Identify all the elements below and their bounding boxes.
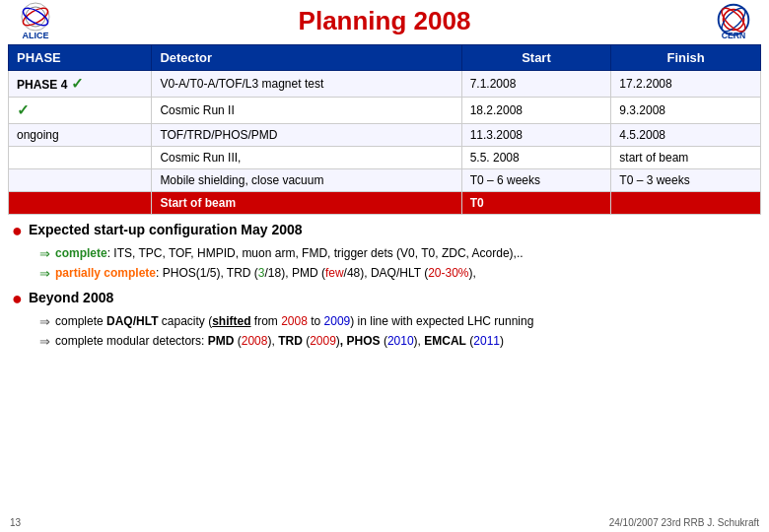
shifted-label: shifted [212,314,250,328]
sub-bullet-text-1: complete: ITS, TPC, TOF, HMPID, muon arm… [55,245,524,262]
cell-phase [9,147,152,169]
section-title-2: ● Beyond 2008 [12,289,757,310]
cell-phase: ✓ [9,98,152,124]
sub-bullet-text-2: partially complete: PHOS(1/5), TRD (3/18… [55,265,476,282]
arrow-icon-4: ⇒ [39,333,50,351]
table-header-row: PHASE Detector Start Finish [9,45,761,71]
checkmark-icon: ✓ [71,75,84,92]
emcal-label: EMCAL [424,334,466,348]
cell-detector: Mobile shielding, close vacuum [152,169,461,192]
cell-start: T0 [461,192,611,215]
cell-finish: T0 – 3 weeks [611,169,761,192]
year-2008: 2008 [281,314,308,328]
sub-bullet-text-4: complete modular detectors: PMD (2008), … [55,333,504,350]
arrow-icon-3: ⇒ [39,313,50,331]
phos-year: 2010 [387,334,414,348]
sub-bullet-partial: ⇒ partially complete: PHOS(1/5), TRD (3/… [39,265,757,283]
svg-text:ALICE: ALICE [23,31,49,40]
date-info: 24/10/2007 23rd RRB J. Schukraft [609,517,759,528]
sub-bullets-2: ⇒ complete DAQ/HLT capacity (shifted fro… [39,313,757,351]
page-footer: 13 24/10/2007 23rd RRB J. Schukraft [10,517,759,528]
arrow-icon-1: ⇒ [39,245,50,263]
arrow-icon-2: ⇒ [39,265,50,283]
section-title-1: ● Expected start-up configuration May 20… [12,221,757,242]
section-heading-1: Expected start-up configuration May 2008 [29,221,303,238]
planning-table: PHASE Detector Start Finish PHASE 4 ✓ V0… [8,44,761,215]
table-row: Mobile shielding, close vacuum T0 – 6 we… [9,169,761,192]
svg-text:CERN: CERN [722,31,745,40]
table-row: ✓ Cosmic Run II 18.2.2008 9.3.2008 [9,98,761,124]
alice-logo: ALICE [10,0,61,43]
bullet-dot-2: ● [12,289,23,310]
cell-phase: ongoing [9,124,152,147]
emcal-year: 2011 [473,334,500,348]
cell-detector: V0-A/T0-A/TOF/L3 magnet test [152,71,461,98]
sub-bullet-modular: ⇒ complete modular detectors: PMD (2008)… [39,333,757,351]
trd-bold-close: , [340,334,343,348]
section-heading-2: Beyond 2008 [29,289,113,306]
table-row: PHASE 4 ✓ V0-A/T0-A/TOF/L3 magnet test 7… [9,71,761,98]
year-2009: 2009 [324,314,351,328]
trd-label: TRD [278,334,303,348]
cell-start: 5.5. 2008 [461,147,611,169]
cell-phase [9,192,152,215]
cell-phase: PHASE 4 ✓ [9,71,152,98]
page-title: Planning 2008 [10,6,759,36]
cell-finish: 4.5.2008 [611,124,761,147]
bullet-dot-1: ● [12,221,23,242]
daqhlt-label: DAQ/HLT [106,314,158,328]
col-finish: Finish [611,45,761,71]
section-expected: ● Expected start-up configuration May 20… [12,221,757,283]
col-detector: Detector [152,45,461,71]
label-complete: complete [55,246,107,260]
cell-finish: start of beam [611,147,761,169]
cell-start: 7.1.2008 [461,71,611,98]
label-partial: partially complete [55,266,156,280]
content-area: ● Expected start-up configuration May 20… [12,221,757,351]
section-beyond: ● Beyond 2008 ⇒ complete DAQ/HLT capacit… [12,289,757,351]
checkmark-icon: ✓ [17,101,30,118]
cell-phase [9,169,152,192]
pmd-label: PMD [208,334,235,348]
col-start: Start [461,45,611,71]
col-phase: PHASE [9,45,152,71]
table-row: Cosmic Run III, 5.5. 2008 start of beam [9,147,761,169]
sub-bullet-complete: ⇒ complete: ITS, TPC, TOF, HMPID, muon a… [39,245,757,263]
page-header: ALICE Planning 2008 CERN [0,0,769,42]
cell-finish [611,192,761,215]
trd-count: 3 [258,266,265,280]
cell-start: T0 – 6 weeks [461,169,611,192]
cell-start: 18.2.2008 [461,98,611,124]
pmd-count: few [325,266,344,280]
cell-detector: TOF/TRD/PHOS/PMD [152,124,461,147]
sub-bullet-text-3: complete DAQ/HLT capacity (shifted from … [55,313,533,330]
cell-detector: Start of beam [152,192,461,215]
cern-logo: CERN [708,0,759,43]
page-number: 13 [10,517,21,528]
cell-finish: 9.3.2008 [611,98,761,124]
cell-finish: 17.2.2008 [611,71,761,98]
sub-bullet-daqhlt: ⇒ complete DAQ/HLT capacity (shifted fro… [39,313,757,331]
table-row-red: Start of beam T0 [9,192,761,215]
phos-label: PHOS [347,334,381,348]
cell-detector: Cosmic Run II [152,98,461,124]
table-row: ongoing TOF/TRD/PHOS/PMD 11.3.2008 4.5.2… [9,124,761,147]
trd-year: 2009 [310,334,336,348]
sub-bullets-1: ⇒ complete: ITS, TPC, TOF, HMPID, muon a… [39,245,757,283]
daqhlt-pct: 20-30% [428,266,468,280]
svg-point-6 [723,9,743,30]
pmd-year: 2008 [242,334,268,348]
cell-start: 11.3.2008 [461,124,611,147]
cell-detector: Cosmic Run III, [152,147,461,169]
